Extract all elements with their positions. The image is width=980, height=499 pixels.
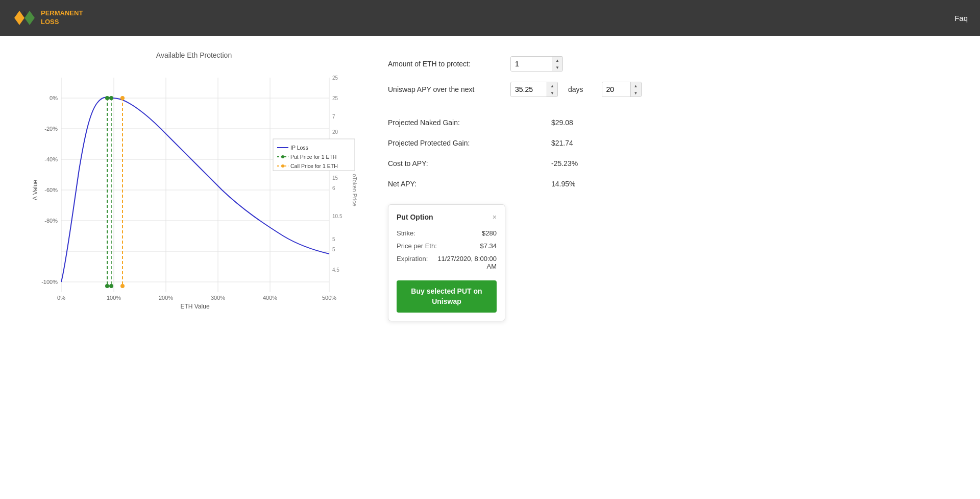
projected-protected-gain-label: Projected Protected Gain: — [388, 139, 521, 147]
svg-text:5: 5 — [332, 247, 335, 252]
uniswap-apy-down[interactable]: ▼ — [547, 89, 557, 97]
cost-to-apy-value: -25.23% — [551, 159, 578, 168]
controls-section: Amount of ETH to protect: ▲ ▼ Uniswap AP… — [388, 56, 960, 97]
faq-link[interactable]: Faq — [954, 14, 968, 22]
buy-put-button[interactable]: Buy selected PUT on Uniswap — [397, 280, 497, 313]
modal-strike-row: Strike: $280 — [397, 229, 497, 237]
chart-svg: 0% -20% -40% -60% -80% -100% 0% 100% 200… — [20, 67, 368, 313]
projected-protected-gain-row: Projected Protected Gain: $21.74 — [388, 133, 960, 153]
svg-text:10.5: 10.5 — [332, 213, 342, 219]
header: PERMANENT LOSS Faq — [0, 0, 980, 36]
svg-text:-40%: -40% — [44, 156, 58, 162]
call-dot-top — [120, 96, 125, 100]
chart-container: 0% -20% -40% -60% -80% -100% 0% 100% 200… — [20, 67, 368, 313]
svg-text:oToken Price: oToken Price — [352, 174, 358, 206]
main-content: Available Eth Protection — [0, 36, 980, 499]
svg-text:100%: 100% — [107, 295, 121, 301]
svg-text:25: 25 — [332, 96, 338, 101]
put-option-modal: Put Option × Strike: $280 Price per Eth:… — [388, 204, 505, 321]
put-dot-bottom — [105, 284, 109, 288]
svg-text:15: 15 — [332, 175, 338, 181]
days-input[interactable] — [602, 82, 630, 97]
modal-expiration-value: 11/27/2020, 8:00:00 AM — [428, 255, 497, 270]
logo-text: PERMANENT LOSS — [41, 9, 83, 27]
net-apy-label: Net APY: — [388, 180, 521, 188]
uniswap-apy-input[interactable] — [511, 82, 547, 97]
svg-text:6: 6 — [332, 185, 335, 191]
eth-amount-down[interactable]: ▼ — [552, 64, 562, 71]
svg-text:400%: 400% — [263, 295, 277, 301]
metrics-section: Projected Naked Gain: $29.08 Projected P… — [388, 112, 960, 194]
put-dot-top — [105, 96, 109, 100]
modal-price-per-eth-value: $7.34 — [480, 242, 497, 250]
legend-call-label: Call Price for 1 ETH — [290, 163, 338, 169]
right-panel: Amount of ETH to protect: ▲ ▼ Uniswap AP… — [388, 51, 960, 484]
days-up[interactable]: ▲ — [631, 82, 641, 89]
net-apy-value: 14.95% — [551, 180, 575, 188]
put-dot-top-2 — [109, 96, 113, 100]
projected-protected-gain-value: $21.74 — [551, 139, 573, 147]
cost-to-apy-row: Cost to APY: -25.23% — [388, 153, 960, 174]
modal-strike-value: $280 — [482, 229, 497, 237]
svg-text:-100%: -100% — [41, 279, 58, 285]
logo-icon — [12, 6, 37, 30]
put-dot-bottom-2 — [109, 284, 113, 288]
svg-text:0%: 0% — [57, 295, 65, 301]
svg-text:7: 7 — [332, 114, 335, 120]
modal-close-button[interactable]: × — [493, 213, 497, 221]
uniswap-apy-label: Uniswap APY over the next — [388, 85, 500, 93]
svg-text:ETH Value: ETH Value — [180, 303, 209, 310]
uniswap-apy-up[interactable]: ▲ — [547, 82, 557, 89]
projected-naked-gain-value: $29.08 — [551, 118, 573, 127]
svg-text:20: 20 — [332, 129, 338, 135]
modal-expiration-row: Expiration: 11/27/2020, 8:00:00 AM — [397, 255, 497, 270]
call-dot-bottom — [120, 284, 125, 288]
uniswap-apy-input-wrapper: ▲ ▼ — [510, 82, 558, 97]
svg-text:-80%: -80% — [44, 218, 58, 224]
days-spinners: ▲ ▼ — [630, 82, 641, 97]
modal-strike-label: Strike: — [397, 229, 415, 237]
days-label: days — [568, 85, 583, 93]
legend-put-label: Put Price for 1 ETH — [290, 154, 336, 160]
legend-call-dot — [281, 164, 284, 168]
legend-put-dot — [281, 155, 284, 158]
svg-text:-20%: -20% — [44, 126, 58, 132]
logo-area: PERMANENT LOSS — [12, 6, 83, 30]
svg-text:5: 5 — [332, 236, 335, 242]
svg-text:-60%: -60% — [44, 187, 58, 193]
projected-naked-gain-row: Projected Naked Gain: $29.08 — [388, 112, 960, 133]
modal-price-per-eth-row: Price per Eth: $7.34 — [397, 242, 497, 250]
eth-amount-input[interactable] — [511, 57, 552, 71]
svg-text:4.5: 4.5 — [332, 267, 339, 273]
svg-text:300%: 300% — [211, 295, 225, 301]
modal-header: Put Option × — [397, 213, 497, 221]
days-input-wrapper: ▲ ▼ — [602, 82, 642, 97]
cost-to-apy-label: Cost to APY: — [388, 159, 521, 168]
uniswap-apy-spinners: ▲ ▼ — [547, 82, 557, 97]
eth-amount-row: Amount of ETH to protect: ▲ ▼ — [388, 56, 960, 72]
modal-price-per-eth-label: Price per Eth: — [397, 242, 437, 250]
modal-title: Put Option — [397, 213, 433, 221]
eth-amount-input-wrapper: ▲ ▼ — [510, 56, 563, 72]
uniswap-apy-row: Uniswap APY over the next ▲ ▼ days ▲ ▼ — [388, 82, 960, 97]
chart-title: Available Eth Protection — [20, 51, 368, 59]
eth-amount-up[interactable]: ▲ — [552, 57, 562, 64]
svg-text:500%: 500% — [322, 295, 336, 301]
eth-amount-spinners: ▲ ▼ — [552, 57, 562, 71]
svg-text:Δ Value: Δ Value — [32, 179, 39, 200]
eth-amount-label: Amount of ETH to protect: — [388, 60, 500, 68]
chart-area: Available Eth Protection — [20, 51, 368, 484]
modal-expiration-label: Expiration: — [397, 255, 428, 270]
svg-text:0%: 0% — [50, 95, 58, 101]
svg-text:200%: 200% — [159, 295, 173, 301]
days-down[interactable]: ▼ — [631, 89, 641, 97]
net-apy-row: Net APY: 14.95% — [388, 174, 960, 194]
legend-ip-label: IP Loss — [290, 145, 308, 151]
svg-text:25: 25 — [332, 75, 338, 81]
projected-naked-gain-label: Projected Naked Gain: — [388, 118, 521, 127]
